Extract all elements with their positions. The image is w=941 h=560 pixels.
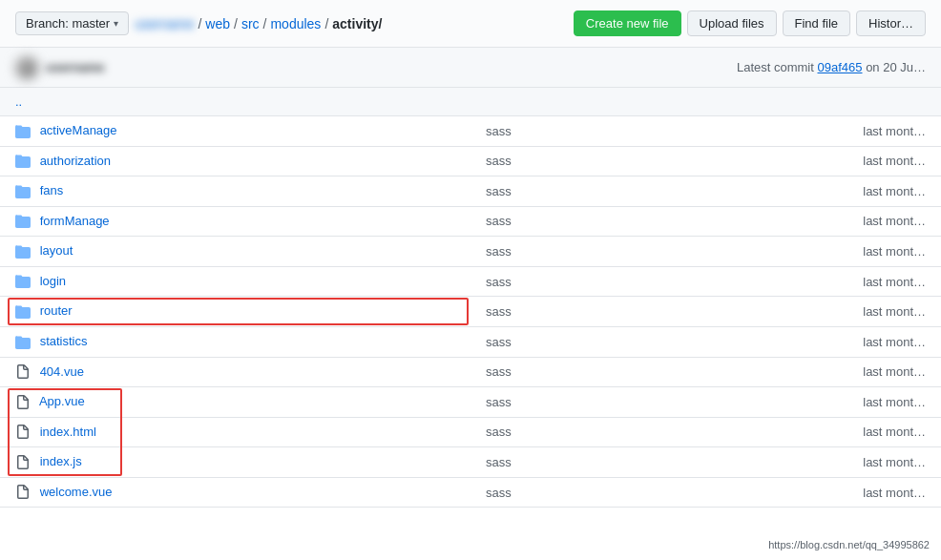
file-name-link[interactable]: layout [40,243,73,258]
file-msg-cell: sass [470,447,753,478]
history-button[interactable]: Histor… [856,10,926,36]
breadcrumb-sep4: / [324,16,328,31]
file-date-cell: last mont… [753,146,941,176]
branch-selector[interactable]: Branch: master ▾ [15,11,129,35]
file-icon [15,364,31,380]
folder-icon [15,154,31,169]
file-icon [15,425,31,440]
file-name-cell: authorization [0,146,470,176]
file-date-cell: last mont… [753,477,941,508]
find-file-button[interactable]: Find file [783,10,851,36]
file-name-link[interactable]: login [40,274,66,288]
folder-icon [15,274,31,289]
file-msg-cell: sass [470,266,753,297]
folder-icon [15,244,31,259]
file-name-link[interactable]: statistics [40,334,88,348]
file-name-cell: welcome.vue [0,477,470,508]
file-table-wrapper: .. activeManage sass last mont… authoriz… [0,88,941,508]
file-name-cell: router [0,297,470,327]
file-msg-cell: sass [470,357,753,387]
folder-icon [15,335,31,350]
file-name-link[interactable]: activeManage [40,123,117,137]
upload-files-button[interactable]: Upload files [687,10,777,36]
parent-dir-cell: .. [0,88,941,116]
table-row: fans sass last mont… [0,176,941,207]
commit-bar-left: username [15,56,104,79]
file-msg-cell: sass [470,116,753,147]
file-date-cell: last mont… [753,387,941,418]
file-date-cell: last mont… [753,206,941,237]
file-name-cell: fans [0,176,470,207]
table-row: authorization sass last mont… [0,146,941,176]
folder-icon [15,124,31,139]
file-name-link[interactable]: index.js [40,454,82,468]
file-msg-cell: sass [470,206,753,237]
commit-info: username [46,60,104,74]
table-row: login sass last mont… [0,266,941,297]
breadcrumb-web[interactable]: web [205,16,230,31]
file-icon [15,395,31,410]
file-msg-cell: sass [470,176,753,207]
file-msg-cell: sass [470,387,753,418]
avatar [15,56,38,79]
file-date-cell: last mont… [753,237,941,267]
file-msg-cell: sass [470,297,753,327]
commit-bar-right: Latest commit 09af465 on 20 Ju… [737,60,926,74]
table-row: index.html sass last mont… [0,417,941,447]
file-name-cell: formManage [0,206,470,237]
file-name-cell: login [0,266,470,297]
file-msg-cell: sass [470,417,753,447]
file-date-cell: last mont… [753,326,941,357]
file-name-link[interactable]: App.vue [39,394,85,408]
file-name-link[interactable]: formManage [40,214,110,228]
file-msg-cell: sass [470,237,753,267]
file-name-link[interactable]: authorization [40,154,111,168]
file-icon [15,485,31,500]
file-name-link[interactable]: router [40,303,73,318]
commit-hash-link[interactable]: 09af465 [818,60,863,74]
table-row: welcome.vue sass last mont… [0,477,941,508]
breadcrumb-modules[interactable]: modules [270,16,321,31]
file-name-link[interactable]: welcome.vue [40,485,113,499]
file-date-cell: last mont… [753,266,941,297]
folder-icon [15,304,31,320]
breadcrumb-current: activity/ [332,16,382,31]
table-row: 404.vue sass last mont… [0,357,941,387]
table-row: layout sass last mont… [0,237,941,267]
top-bar: Branch: master ▾ username / web / src / … [0,0,941,48]
file-name-link[interactable]: 404.vue [40,364,84,379]
file-name-cell: App.vue [0,387,470,418]
branch-label: Branch: master [26,16,110,31]
commit-date: on 20 Ju… [866,60,926,74]
create-new-file-button[interactable]: Create new file [574,10,681,36]
file-name-link[interactable]: fans [40,183,64,197]
top-bar-right: Create new file Upload files Find file H… [574,10,926,36]
commit-bar: username Latest commit 09af465 on 20 Ju… [0,48,941,88]
table-row: index.js sass last mont… [0,447,941,478]
file-date-cell: last mont… [753,417,941,447]
commit-message: Latest commit 09af465 on 20 Ju… [737,60,926,74]
file-name-cell: activeManage [0,116,470,147]
file-msg-cell: sass [470,326,753,357]
file-name-link[interactable]: index.html [40,425,96,439]
file-date-cell: last mont… [753,357,941,387]
breadcrumb-src[interactable]: src [241,16,260,31]
file-name-cell: 404.vue [0,357,470,387]
table-row: router sass last mont… [0,297,941,327]
file-date-cell: last mont… [753,176,941,207]
breadcrumb-sep2: / [234,16,238,31]
breadcrumb-user[interactable]: username [135,16,194,31]
file-date-cell: last mont… [753,447,941,478]
commit-username: username [46,60,104,74]
file-date-cell: last mont… [753,116,941,147]
file-msg-cell: sass [470,477,753,508]
table-row: .. [0,88,941,116]
file-name-cell: index.js [0,447,470,478]
table-row: formManage sass last mont… [0,206,941,237]
chevron-down-icon: ▾ [114,18,118,29]
breadcrumb-sep3: / [263,16,267,31]
parent-dir-link[interactable]: .. [15,94,22,109]
file-name-cell: layout [0,237,470,267]
file-icon [15,455,31,470]
folder-icon [15,214,31,229]
